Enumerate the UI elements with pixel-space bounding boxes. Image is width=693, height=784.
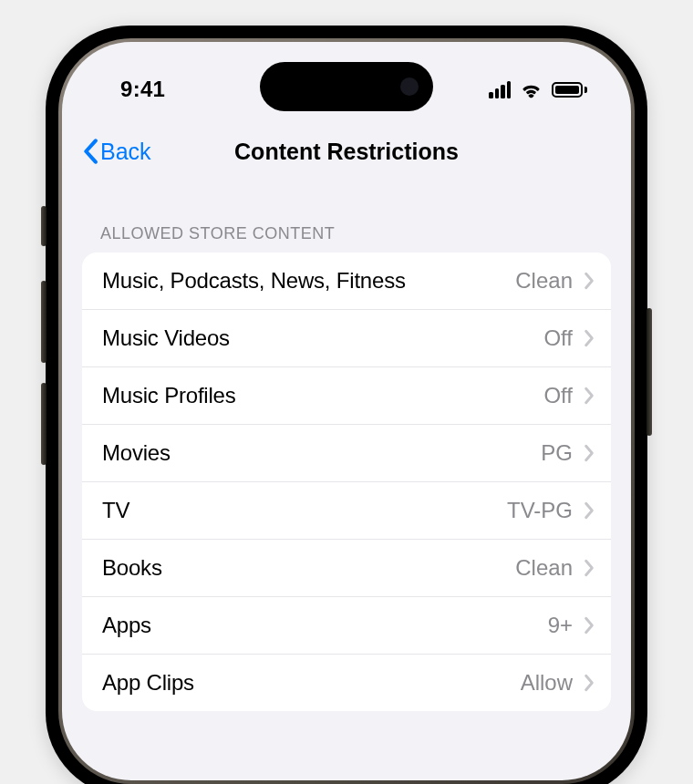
- row-books[interactable]: Books Clean: [82, 540, 611, 597]
- cellular-icon: [489, 81, 511, 98]
- row-label: Music Profiles: [102, 383, 543, 408]
- wifi-icon: [520, 81, 543, 98]
- row-value: Clean: [515, 555, 573, 581]
- row-tv[interactable]: TV TV-PG: [82, 482, 611, 540]
- volume-down-button: [41, 383, 47, 465]
- row-label: Movies: [102, 440, 541, 466]
- chevron-right-icon: [584, 674, 595, 692]
- row-music-podcasts-news-fitness[interactable]: Music, Podcasts, News, Fitness Clean: [82, 253, 611, 310]
- settings-list: Music, Podcasts, News, Fitness Clean Mus…: [82, 253, 611, 711]
- row-value: 9+: [548, 613, 573, 638]
- section-header: ALLOWED STORE CONTENT: [82, 224, 611, 253]
- phone-frame: 9:41: [46, 26, 647, 784]
- back-button[interactable]: Back: [82, 139, 151, 165]
- row-value: Off: [543, 325, 573, 351]
- chevron-right-icon: [584, 616, 595, 634]
- row-music-videos[interactable]: Music Videos Off: [82, 310, 611, 367]
- page-title: Content Restrictions: [234, 139, 459, 165]
- chevron-right-icon: [584, 501, 595, 520]
- status-icons: [489, 81, 587, 98]
- row-apps[interactable]: Apps 9+: [82, 597, 611, 655]
- status-time: 9:41: [120, 77, 165, 102]
- chevron-left-icon: [82, 139, 98, 164]
- dynamic-island: [260, 62, 433, 111]
- row-value: TV-PG: [507, 498, 573, 523]
- power-button: [646, 308, 652, 436]
- battery-icon: [552, 82, 587, 98]
- chevron-right-icon: [584, 329, 595, 347]
- chevron-right-icon: [584, 387, 595, 405]
- row-app-clips[interactable]: App Clips Allow: [82, 655, 611, 711]
- row-value: Off: [543, 383, 573, 408]
- silent-switch: [41, 206, 47, 246]
- volume-up-button: [41, 281, 47, 363]
- row-label: Music, Podcasts, News, Fitness: [102, 268, 515, 294]
- row-label: Books: [102, 555, 515, 581]
- allowed-store-content-section: ALLOWED STORE CONTENT Music, Podcasts, N…: [62, 179, 631, 711]
- back-label: Back: [100, 139, 151, 165]
- row-value: Clean: [515, 268, 573, 294]
- navigation-bar: Back Content Restrictions: [62, 124, 631, 179]
- row-value: Allow: [521, 670, 573, 696]
- row-movies[interactable]: Movies PG: [82, 425, 611, 482]
- row-label: Music Videos: [102, 325, 543, 351]
- chevron-right-icon: [584, 444, 595, 462]
- chevron-right-icon: [584, 272, 595, 290]
- phone-bezel: 9:41: [58, 38, 635, 784]
- row-value: PG: [541, 440, 573, 466]
- row-label: TV: [102, 498, 507, 523]
- row-label: App Clips: [102, 670, 521, 696]
- row-label: Apps: [102, 613, 548, 638]
- row-music-profiles[interactable]: Music Profiles Off: [82, 367, 611, 425]
- chevron-right-icon: [584, 559, 595, 577]
- phone-screen: 9:41: [62, 42, 631, 780]
